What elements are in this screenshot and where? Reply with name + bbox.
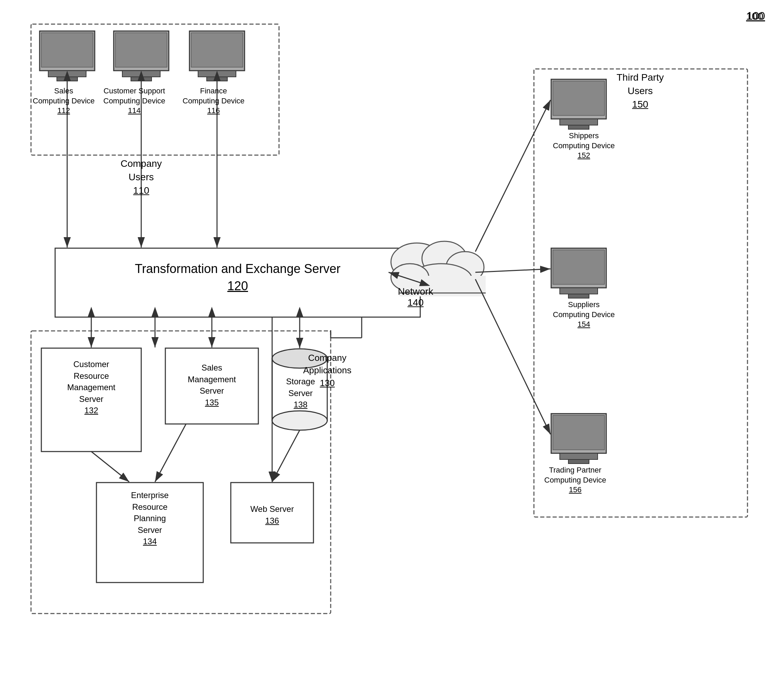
svg-line-57	[272, 430, 300, 482]
svg-rect-10	[131, 77, 152, 81]
svg-rect-11	[190, 31, 244, 71]
svg-rect-8	[115, 33, 167, 67]
svg-line-50	[475, 279, 551, 434]
sales-mgmt-server-label: SalesManagementServer135	[167, 362, 257, 408]
trading-partner-device-label: Trading PartnerComputing Device156	[544, 465, 606, 495]
web-server-label: Web Server136	[232, 503, 312, 526]
svg-rect-18	[568, 125, 589, 129]
customer-support-device-label: Customer SupportComputing Device114	[103, 86, 165, 116]
svg-rect-26	[568, 460, 589, 464]
svg-rect-5	[48, 71, 86, 77]
svg-line-48	[475, 100, 551, 252]
svg-rect-16	[553, 81, 605, 115]
network-label: Network140	[398, 286, 433, 308]
svg-line-49	[475, 269, 551, 272]
svg-rect-17	[560, 119, 597, 125]
svg-rect-15	[551, 79, 606, 119]
svg-rect-19	[551, 248, 606, 288]
shippers-device-label: ShippersComputing Device152	[553, 131, 615, 161]
svg-rect-21	[560, 288, 597, 294]
svg-rect-12	[191, 33, 243, 67]
finance-device-label: FinanceComputing Device116	[182, 86, 244, 116]
crm-server-label: CustomerResourceManagementServer132	[43, 358, 140, 416]
svg-point-32	[272, 411, 327, 430]
suppliers-device-label: SuppliersComputing Device154	[553, 300, 615, 329]
svg-rect-24	[553, 415, 605, 450]
svg-rect-20	[553, 250, 605, 284]
svg-rect-3	[40, 31, 95, 71]
svg-rect-7	[114, 31, 169, 71]
svg-rect-6	[57, 77, 78, 81]
svg-line-55	[91, 452, 129, 482]
transformation-server-label: Transformation and Exchange Server 120	[59, 260, 417, 295]
third-party-users-label: Third PartyUsers150	[617, 71, 664, 111]
svg-point-36	[422, 241, 467, 276]
svg-point-37	[446, 252, 484, 283]
svg-rect-25	[560, 453, 597, 460]
erp-server-label: EnterpriseResourcePlanningServer134	[98, 489, 202, 547]
sales-device-label: SalesComputing Device112	[33, 86, 95, 116]
svg-rect-23	[551, 414, 606, 453]
storage-server-label: StorageServer138	[274, 376, 327, 410]
svg-rect-9	[122, 71, 160, 77]
svg-rect-4	[41, 33, 93, 67]
company-users-label: CompanyUsers110	[121, 157, 162, 198]
svg-line-56	[155, 424, 186, 482]
svg-rect-14	[207, 77, 227, 81]
svg-rect-22	[568, 294, 589, 298]
diagram-container: 100	[0, 0, 784, 678]
page-number: 100	[747, 9, 765, 22]
svg-rect-13	[198, 71, 236, 77]
